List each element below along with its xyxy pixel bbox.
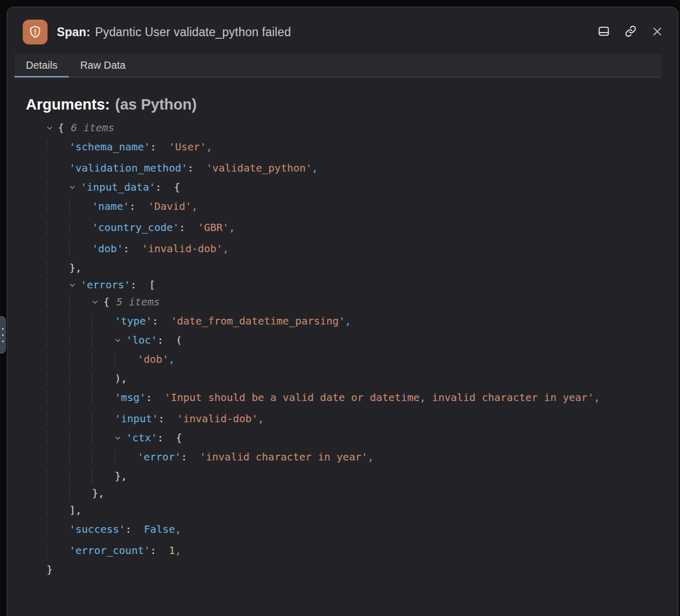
code-token: : bbox=[179, 221, 198, 235]
code-token: : bbox=[150, 544, 169, 558]
code-token: False bbox=[144, 522, 175, 536]
code-token: , bbox=[258, 412, 264, 426]
code-token: , bbox=[192, 199, 198, 213]
code-token: : [ bbox=[130, 278, 155, 292]
code-token: 1 bbox=[169, 544, 175, 558]
code-token: , bbox=[345, 314, 351, 328]
arguments-heading-suffix: (as Python) bbox=[115, 96, 197, 113]
indent-guide bbox=[47, 199, 69, 213]
grip-dot bbox=[2, 341, 4, 342]
indent-guide bbox=[92, 333, 115, 347]
indent-guide bbox=[69, 391, 92, 405]
indent-guide bbox=[47, 431, 69, 445]
code-token: : bbox=[188, 161, 206, 175]
indent-guide bbox=[92, 314, 115, 328]
chevron-down-icon[interactable] bbox=[69, 186, 81, 190]
code-line: 'input_data': { bbox=[27, 179, 663, 196]
code-line: }, bbox=[27, 485, 663, 502]
code-line: {6 items bbox=[27, 119, 663, 136]
indent-guide bbox=[47, 486, 69, 500]
indent-guide bbox=[92, 352, 115, 366]
indent-guide bbox=[69, 314, 92, 328]
tab-raw-data[interactable]: Raw Data bbox=[69, 54, 137, 77]
code-line: 'error': 'invalid character in year', bbox=[27, 446, 663, 468]
indent-guide bbox=[92, 431, 115, 445]
copy-link-button[interactable] bbox=[624, 25, 637, 39]
code-token: 'User' bbox=[169, 140, 206, 154]
code-token: 'Input should be a valid date or datetim… bbox=[164, 391, 594, 405]
code-token: 'validate_python' bbox=[206, 161, 312, 175]
code-line: 'country_code': 'GBR', bbox=[27, 217, 663, 238]
chevron-down-icon[interactable] bbox=[115, 338, 126, 343]
code-line: 'dob': 'invalid-dob', bbox=[27, 238, 663, 259]
panel-resize-handle[interactable] bbox=[0, 316, 6, 353]
code-token: 'dob' bbox=[92, 242, 123, 256]
grip-dot bbox=[2, 328, 4, 330]
indent-guide bbox=[47, 450, 69, 464]
chevron-down-icon[interactable] bbox=[47, 126, 58, 130]
code-token: , bbox=[229, 221, 235, 235]
code-token: 'GBR' bbox=[198, 221, 229, 235]
code-line: 'error_count': 1, bbox=[27, 540, 663, 561]
indent-guide bbox=[69, 242, 92, 256]
code-line: 'validation_method': 'validate_python', bbox=[27, 158, 663, 179]
code-token: 'msg' bbox=[115, 391, 146, 405]
panel-title-text: Pydantic User validate_python failed bbox=[95, 25, 291, 39]
code-token: : bbox=[152, 314, 171, 328]
indent-guide bbox=[47, 469, 69, 483]
indent-guide bbox=[47, 161, 69, 175]
code-token: , bbox=[312, 161, 318, 175]
close-button[interactable] bbox=[651, 25, 663, 39]
code-token: 'country_code' bbox=[92, 221, 179, 235]
code-line: ), bbox=[27, 370, 663, 387]
grip-dot bbox=[2, 334, 4, 336]
code-token: 5 items bbox=[116, 295, 160, 309]
code-token: 6 items bbox=[71, 121, 114, 135]
code-token: , bbox=[206, 140, 212, 154]
arguments-heading-main: Arguments: bbox=[26, 96, 110, 113]
arguments-heading: Arguments:(as Python) bbox=[26, 96, 663, 113]
dock-panel-button[interactable] bbox=[597, 25, 610, 39]
code-line: ], bbox=[27, 502, 663, 519]
indent-guide bbox=[47, 242, 69, 256]
tab-bar: Details Raw Data bbox=[14, 54, 662, 78]
code-token: }, bbox=[69, 261, 82, 275]
indent-guide bbox=[69, 431, 92, 445]
indent-guide bbox=[47, 503, 69, 517]
code-token: : bbox=[181, 450, 199, 464]
code-token: 'type' bbox=[115, 314, 152, 328]
code-line: 'loc': ( bbox=[27, 332, 663, 349]
code-token: 'schema_name' bbox=[69, 140, 150, 154]
code-line: 'msg': 'Input should be a valid date or … bbox=[27, 387, 663, 408]
chevron-down-icon[interactable] bbox=[69, 283, 81, 287]
code-token: { bbox=[103, 295, 110, 309]
code-token: 'error_count' bbox=[69, 544, 150, 558]
code-token: : { bbox=[157, 431, 182, 445]
code-token: } bbox=[47, 563, 53, 577]
arguments-tree: {6 items'schema_name': 'User','validatio… bbox=[26, 119, 663, 578]
code-token: 'invalid-dob' bbox=[142, 242, 223, 256]
code-token: 'invalid-dob' bbox=[177, 412, 258, 426]
chevron-down-icon[interactable] bbox=[115, 436, 126, 440]
code-line: }, bbox=[27, 468, 663, 485]
code-token: 'loc' bbox=[126, 333, 157, 347]
code-token: , bbox=[168, 352, 175, 366]
code-token: 'input' bbox=[115, 412, 158, 426]
indent-guide bbox=[47, 333, 69, 347]
code-token: : bbox=[150, 140, 169, 154]
indent-guide bbox=[69, 295, 92, 309]
tab-details[interactable]: Details bbox=[14, 54, 69, 77]
indent-guide bbox=[92, 450, 115, 464]
code-token: : bbox=[123, 242, 142, 256]
code-token: 'name' bbox=[92, 199, 129, 213]
indent-guide bbox=[69, 450, 92, 464]
code-token: 'ctx' bbox=[126, 431, 157, 445]
chevron-down-icon[interactable] bbox=[92, 300, 103, 304]
code-token: , bbox=[175, 544, 181, 558]
code-line: }, bbox=[27, 259, 663, 276]
panel-title-prefix: Span: bbox=[57, 25, 90, 39]
code-token: 'error' bbox=[137, 450, 181, 464]
indent-guide bbox=[47, 295, 69, 309]
code-token: 'errors' bbox=[81, 278, 130, 292]
indent-guide bbox=[92, 469, 115, 483]
